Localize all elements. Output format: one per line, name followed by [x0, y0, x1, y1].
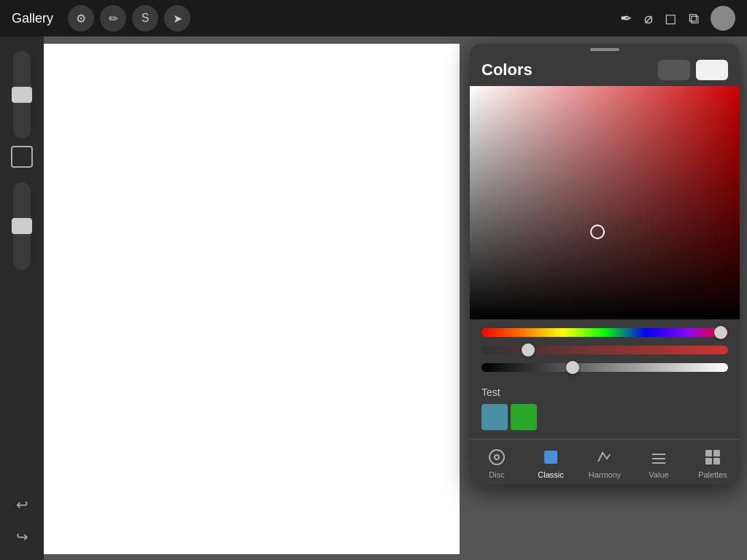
svg-rect-7	[713, 450, 720, 456]
gradient-dark-overlay	[470, 86, 740, 319]
sliders-area	[470, 319, 740, 381]
colors-panel: Colors Test	[470, 44, 740, 485]
background-swatch[interactable]	[696, 60, 728, 80]
value-icon	[649, 447, 669, 467]
sidebar-bottom: ↩ ↪	[16, 496, 28, 560]
color-swatches	[658, 60, 728, 80]
layers-icon[interactable]: ⧉	[689, 10, 699, 27]
harmony-label: Harmony	[589, 470, 622, 479]
value-label: Value	[649, 470, 668, 479]
colors-header: Colors	[470, 51, 740, 86]
redo-button[interactable]: ↪	[16, 528, 28, 545]
pen-icon[interactable]: ✒	[620, 9, 632, 27]
opacity-thumb[interactable]	[522, 343, 535, 357]
value-slider[interactable]	[481, 363, 728, 372]
palette-color-1[interactable]	[481, 404, 508, 430]
shape-tool[interactable]	[11, 146, 33, 168]
brush-select-icon[interactable]: ⌀	[644, 9, 653, 27]
foreground-swatch[interactable]	[658, 60, 690, 80]
value-thumb[interactable]	[566, 361, 579, 374]
svg-point-1	[495, 455, 499, 459]
svg-rect-9	[713, 458, 720, 464]
smudge-tool-button[interactable]: S	[132, 5, 158, 31]
palette-label: Test	[481, 386, 728, 398]
svg-rect-2	[544, 451, 557, 464]
nav-value[interactable]: Value	[637, 447, 681, 479]
palette-colors	[481, 404, 728, 430]
palettes-icon	[703, 447, 723, 467]
hue-slider-row	[481, 328, 728, 337]
classic-label: Classic	[538, 470, 563, 479]
hue-thumb[interactable]	[714, 326, 727, 339]
user-avatar[interactable]	[711, 6, 735, 31]
undo-button[interactable]: ↩	[16, 496, 28, 513]
palette-section: Test	[470, 381, 740, 439]
brush-size-slider[interactable]	[13, 51, 31, 139]
opacity-slider-row	[481, 346, 728, 354]
value-slider-row	[481, 363, 728, 372]
opacity-thumb[interactable]	[12, 218, 32, 234]
svg-point-0	[489, 450, 504, 464]
disc-label: Disc	[489, 470, 504, 479]
harmony-icon	[595, 447, 615, 467]
palettes-label: Palettes	[698, 470, 727, 479]
nav-palettes[interactable]: Palettes	[691, 447, 735, 479]
gallery-button[interactable]: Gallery	[12, 11, 53, 26]
bottom-nav: Disc Classic Harmony	[470, 439, 740, 485]
opacity-slider[interactable]	[481, 346, 728, 354]
hue-slider[interactable]	[481, 328, 728, 337]
nav-disc[interactable]: Disc	[475, 447, 519, 479]
move-tool-button[interactable]: ➤	[164, 5, 190, 31]
svg-rect-6	[705, 450, 712, 456]
modify-tool-button[interactable]: ⚙	[68, 5, 94, 31]
drawing-canvas[interactable]	[44, 44, 460, 554]
disc-icon	[487, 447, 507, 467]
left-sidebar: ↩ ↪	[0, 36, 44, 560]
nav-classic[interactable]: Classic	[529, 447, 573, 479]
palette-color-2[interactable]	[511, 404, 537, 430]
classic-icon	[541, 447, 561, 467]
opacity-slider[interactable]	[13, 182, 31, 270]
brush-tool-button[interactable]: ✏	[100, 5, 126, 31]
brush-size-thumb[interactable]	[12, 87, 32, 103]
top-right-actions: ✒ ⌀ ◻ ⧉	[620, 6, 735, 31]
colors-title: Colors	[481, 61, 533, 79]
color-gradient-picker[interactable]	[470, 86, 740, 319]
top-toolbar: Gallery ⚙ ✏ S ➤ ✒ ⌀ ◻ ⧉	[0, 0, 747, 36]
svg-rect-8	[705, 458, 712, 464]
nav-harmony[interactable]: Harmony	[583, 447, 627, 479]
eraser-icon[interactable]: ◻	[665, 9, 677, 27]
